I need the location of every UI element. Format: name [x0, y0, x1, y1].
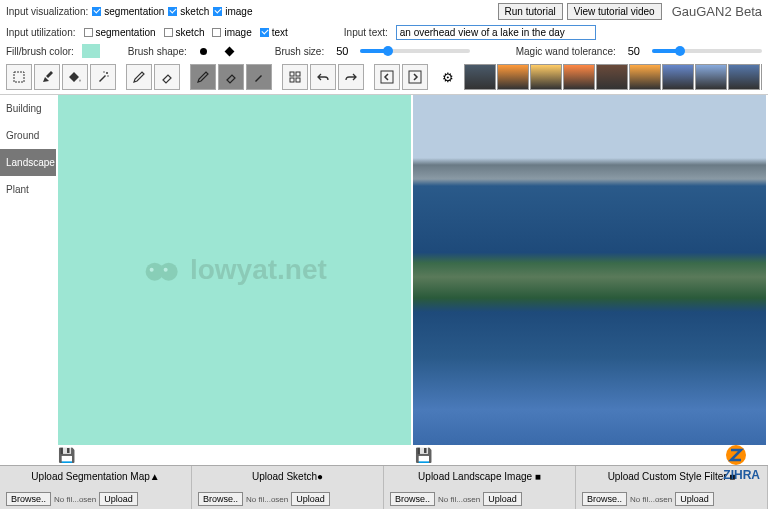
style-thumb-1[interactable] — [497, 64, 529, 90]
brush-shape-circle[interactable] — [197, 46, 211, 56]
svg-rect-9 — [409, 71, 421, 83]
tool-next[interactable] — [402, 64, 428, 90]
segmentation-canvas[interactable]: lowyat.net — [58, 95, 411, 445]
util-segmentation-checkbox[interactable]: segmentation — [84, 27, 156, 38]
svg-rect-6 — [290, 78, 294, 82]
browse-button-0[interactable]: Browse.. — [6, 492, 51, 506]
viz-image-label: image — [225, 6, 252, 17]
upload-panel-1: Upload Sketch● Browse.. No fil...osen Up… — [192, 466, 384, 509]
style-thumb-2[interactable] — [530, 64, 562, 90]
file-status-2: No fil...osen — [438, 495, 480, 504]
style-thumb-6[interactable] — [662, 64, 694, 90]
svg-point-2 — [103, 71, 104, 72]
sidebar-item-landscape[interactable]: Landscape — [0, 149, 56, 176]
style-thumb-4[interactable] — [596, 64, 628, 90]
zihra-logo: ZIHRA — [723, 442, 760, 482]
util-image-checkbox[interactable]: image — [212, 27, 251, 38]
file-status-3: No fil...osen — [630, 495, 672, 504]
style-thumbnails — [464, 64, 762, 90]
tool-fill[interactable] — [62, 64, 88, 90]
util-segmentation-label: segmentation — [96, 27, 156, 38]
brush-shape-diamond[interactable] — [223, 46, 237, 56]
upload-panel-2: Upload Landscape Image ■ Browse.. No fil… — [384, 466, 576, 509]
app-title: GauGAN2 Beta — [672, 4, 762, 19]
upload-button-2[interactable]: Upload — [483, 492, 522, 506]
viz-segmentation-label: segmentation — [104, 6, 164, 17]
wand-tolerance-label: Magic wand tolerance: — [516, 46, 616, 57]
file-status-1: No fil...osen — [246, 495, 288, 504]
sidebar-item-plant[interactable]: Plant — [0, 176, 56, 203]
tool-brush[interactable] — [34, 64, 60, 90]
tool-eraser[interactable] — [154, 64, 180, 90]
tool-redo[interactable] — [338, 64, 364, 90]
svg-point-12 — [149, 267, 153, 271]
output-canvas[interactable] — [413, 95, 766, 445]
style-thumb-7[interactable] — [695, 64, 727, 90]
util-text-label: text — [272, 27, 288, 38]
brush-shape-label: Brush shape: — [128, 46, 187, 57]
tool-wand-alt[interactable] — [246, 64, 272, 90]
upload-button-1[interactable]: Upload — [291, 492, 330, 506]
input-util-label: Input utilization: — [6, 27, 76, 38]
save-segmentation-icon[interactable]: 💾 — [58, 447, 75, 463]
viz-segmentation-checkbox[interactable]: segmentation — [92, 6, 164, 17]
toolbar: ⚙ — [0, 60, 768, 95]
upload-button-3[interactable]: Upload — [675, 492, 714, 506]
category-sidebar: BuildingGroundLandscapePlant — [0, 95, 56, 445]
run-tutorial-button[interactable]: Run tutorial — [498, 3, 563, 20]
tool-grid[interactable] — [282, 64, 308, 90]
settings-icon[interactable]: ⚙ — [442, 70, 454, 85]
brush-size-slider[interactable] — [360, 49, 470, 53]
svg-point-11 — [159, 262, 177, 280]
browse-button-2[interactable]: Browse.. — [390, 492, 435, 506]
viz-image-checkbox[interactable]: image — [213, 6, 252, 17]
svg-point-1 — [106, 72, 108, 74]
tool-undo[interactable] — [310, 64, 336, 90]
brush-size-label: Brush size: — [275, 46, 324, 57]
fill-color-label: Fill/brush color: — [6, 46, 74, 57]
viz-sketch-checkbox[interactable]: sketch — [168, 6, 209, 17]
tool-pencil-alt[interactable] — [190, 64, 216, 90]
util-sketch-checkbox[interactable]: sketch — [164, 27, 205, 38]
input-viz-label: Input visualization: — [6, 6, 88, 17]
file-status-0: No fil...osen — [54, 495, 96, 504]
input-text-field[interactable] — [396, 25, 596, 40]
sidebar-item-building[interactable]: Building — [0, 95, 56, 122]
util-image-label: image — [224, 27, 251, 38]
style-thumb-5[interactable] — [629, 64, 661, 90]
fill-color-swatch[interactable] — [82, 44, 100, 58]
upload-title-2: Upload Landscape Image ■ — [390, 469, 569, 484]
wand-tolerance-slider[interactable] — [652, 49, 762, 53]
tool-select[interactable] — [6, 64, 32, 90]
tool-eraser-alt[interactable] — [218, 64, 244, 90]
style-thumb-9[interactable] — [761, 64, 762, 90]
svg-rect-8 — [381, 71, 393, 83]
svg-rect-5 — [296, 72, 300, 76]
browse-button-3[interactable]: Browse.. — [582, 492, 627, 506]
util-sketch-label: sketch — [176, 27, 205, 38]
input-text-label: Input text: — [344, 27, 388, 38]
svg-point-10 — [145, 262, 163, 280]
util-text-checkbox[interactable]: text — [260, 27, 288, 38]
tool-pencil[interactable] — [126, 64, 152, 90]
svg-rect-7 — [296, 78, 300, 82]
upload-footer: Upload Segmentation Map▲ Browse.. No fil… — [0, 465, 768, 509]
svg-point-13 — [163, 267, 167, 271]
sidebar-item-ground[interactable]: Ground — [0, 122, 56, 149]
upload-title-0: Upload Segmentation Map▲ — [6, 469, 185, 484]
save-output-icon[interactable]: 💾 — [415, 447, 432, 463]
upload-title-1: Upload Sketch● — [198, 469, 377, 484]
tool-wand[interactable] — [90, 64, 116, 90]
upload-button-0[interactable]: Upload — [99, 492, 138, 506]
style-thumb-8[interactable] — [728, 64, 760, 90]
style-thumb-3[interactable] — [563, 64, 595, 90]
viz-sketch-label: sketch — [180, 6, 209, 17]
view-tutorial-video-button[interactable]: View tutorial video — [567, 3, 662, 20]
wand-tolerance-value: 50 — [628, 45, 640, 57]
tool-prev[interactable] — [374, 64, 400, 90]
browse-button-1[interactable]: Browse.. — [198, 492, 243, 506]
svg-rect-4 — [290, 72, 294, 76]
brush-size-value: 50 — [336, 45, 348, 57]
svg-point-3 — [107, 75, 108, 76]
style-thumb-0[interactable] — [464, 64, 496, 90]
